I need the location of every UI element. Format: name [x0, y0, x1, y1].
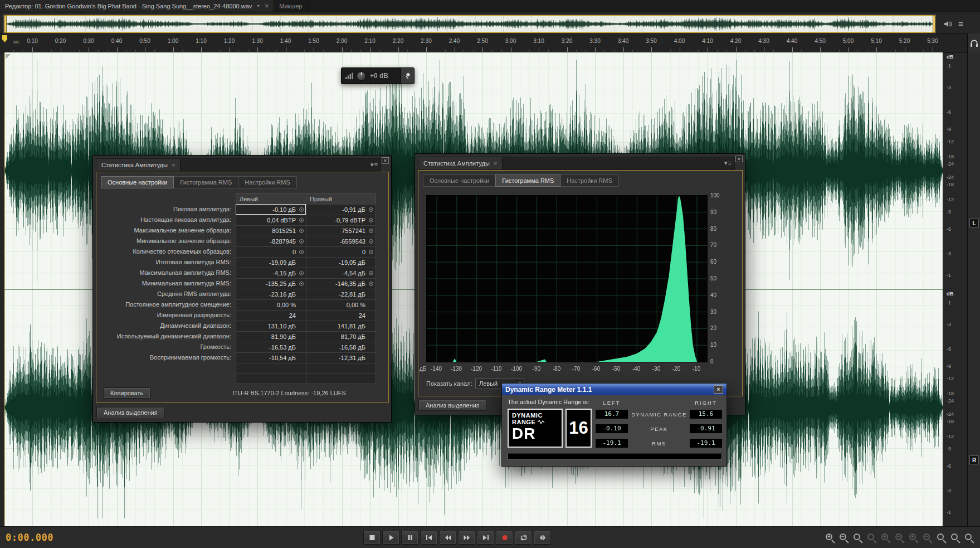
close-icon[interactable]: × — [265, 3, 269, 9]
panel-close-icon[interactable]: × — [735, 156, 743, 162]
info-icon[interactable] — [299, 282, 304, 286]
tab-general-settings[interactable]: Основные настройки — [101, 176, 174, 188]
db-mark-label: -1 — [947, 273, 951, 278]
tab-rms-settings[interactable]: Настройки RMS — [560, 174, 618, 187]
tab-rms-histogram[interactable]: Гистограмма RMS — [495, 174, 560, 187]
info-icon[interactable] — [369, 282, 373, 286]
info-icon[interactable] — [369, 250, 373, 254]
timeline-minor-tick — [13, 50, 14, 52]
speaker-icon[interactable] — [944, 20, 953, 28]
timeline-minor-tick — [238, 50, 239, 52]
info-icon[interactable] — [369, 239, 373, 244]
zoom-selection-button[interactable] — [866, 532, 878, 544]
tab-editor[interactable]: Редактор: 01. Gordon Goodwin's Big Phat … — [0, 0, 274, 12]
timeline-tick — [257, 47, 258, 52]
dr-left-value: -19.1 — [596, 439, 628, 448]
window-title-bar[interactable]: Dynamic Range Meter 1.1.1 × — [502, 384, 727, 395]
panel-tab[interactable]: Статистика Амплитуды × — [96, 159, 181, 171]
info-icon[interactable] — [299, 239, 304, 244]
zoom-full-button[interactable] — [852, 532, 864, 544]
zoom-in-time-button[interactable]: + — [880, 532, 892, 544]
time-display[interactable]: 0:00.000 — [6, 532, 53, 543]
tab-rms-histogram[interactable]: Гистограмма RMS — [173, 176, 238, 188]
db-mark-label: -6 — [947, 110, 951, 115]
timeline-minor-tick — [464, 50, 464, 52]
panel-menu-icon[interactable]: ▾≡ — [370, 161, 378, 168]
playhead-line[interactable] — [4, 52, 5, 526]
overview-handle-left[interactable] — [4, 15, 7, 33]
skip-to-start-button[interactable] — [420, 531, 437, 545]
waveform-overview[interactable] — [3, 14, 936, 33]
zoom-out-button[interactable]: − — [838, 532, 850, 544]
panel-menu-icon[interactable]: ≡ — [958, 20, 963, 28]
pin-icon — [404, 72, 411, 80]
timeline-tick-label: 4:30 — [755, 38, 772, 44]
zoom-out-amplitude-button[interactable]: − — [922, 532, 934, 544]
right-channel-badge[interactable]: R — [969, 455, 979, 464]
close-icon[interactable]: × — [172, 162, 175, 168]
info-icon[interactable] — [369, 271, 373, 275]
close-icon[interactable]: × — [714, 385, 723, 394]
info-icon[interactable] — [299, 207, 304, 212]
pause-button[interactable] — [401, 531, 418, 545]
tab-general-settings[interactable]: Основные настройки — [423, 174, 496, 187]
timeline-ruler[interactable]: мс 0:100:200:300:400:501:001:101:201:301… — [0, 33, 980, 52]
chevron-down-icon[interactable]: ▼ — [256, 4, 260, 8]
zoom-selection-left-button[interactable] — [936, 532, 948, 544]
info-icon[interactable] — [299, 271, 304, 275]
analyze-selection-button[interactable]: Анализ выделения — [418, 400, 487, 411]
skip-to-end-button[interactable] — [477, 531, 494, 545]
panel-menu-icon[interactable]: ▾≡ — [724, 159, 732, 167]
magnifier-sign: − — [923, 534, 930, 540]
info-icon[interactable] — [299, 250, 304, 254]
tab-rms-settings[interactable]: Настройки RMS — [238, 176, 296, 188]
info-icon[interactable] — [299, 229, 304, 233]
info-icon[interactable] — [369, 218, 373, 222]
waveform-squiggle-icon — [538, 420, 545, 424]
info-icon[interactable] — [299, 218, 304, 222]
tab-mixer[interactable]: Микшер — [274, 0, 308, 12]
amplitude-ruler[interactable]: dB-1-1-3-3-6-6-9-9-12-12-18-18-24-24dB-1… — [943, 52, 967, 526]
loop-button[interactable] — [515, 531, 532, 545]
zoom-out-time-button[interactable]: − — [894, 532, 906, 544]
panel-close-icon[interactable]: × — [382, 157, 389, 164]
stat-cell-right: 24 — [306, 310, 376, 321]
monitor-button[interactable] — [967, 33, 980, 52]
timeline-tick-label: 4:50 — [812, 38, 828, 44]
stat-cell-right: -6559543 — [306, 236, 376, 246]
pin-button[interactable] — [401, 68, 414, 84]
db-mark-label: -12 — [947, 197, 954, 202]
panel-tab[interactable]: Статистика Амплитуды × — [418, 157, 503, 169]
statistics-table: ЛевыйПравыйПиковая амплитуда:-0,10 дБ-0,… — [100, 193, 382, 384]
stop-button[interactable] — [363, 531, 381, 545]
timeline-tick — [426, 47, 427, 52]
stat-cell-left — [236, 363, 306, 374]
fast-forward-button[interactable] — [458, 531, 475, 545]
info-icon[interactable] — [369, 207, 373, 212]
timeline-minor-tick — [661, 50, 661, 52]
rewind-button[interactable] — [439, 531, 456, 545]
timeline-minor-tick — [436, 50, 436, 52]
info-icon[interactable] — [369, 229, 373, 233]
stat-label: Громкость: — [100, 342, 236, 352]
zoom-reset-button[interactable] — [964, 532, 976, 544]
record-button[interactable] — [496, 531, 513, 545]
volume-knob[interactable] — [357, 71, 366, 81]
zoom-in-button[interactable]: + — [825, 532, 836, 544]
left-channel-badge[interactable]: L — [969, 219, 979, 227]
copy-button[interactable]: Копировать — [103, 387, 150, 399]
shuttle-button[interactable] — [534, 531, 551, 545]
close-icon[interactable]: × — [494, 160, 497, 167]
histogram-x-tick: -30 — [649, 366, 664, 372]
overview-waveform[interactable] — [5, 16, 934, 32]
zoom-in-amplitude-button[interactable]: + — [908, 532, 920, 544]
play-button[interactable] — [382, 531, 399, 545]
analyze-selection-button[interactable]: Анализ выделения — [96, 407, 165, 418]
db-mark-label: -12 — [947, 139, 954, 144]
playhead-marker[interactable] — [2, 35, 7, 42]
zoom-selection-right-button[interactable] — [950, 532, 962, 544]
histogram-y-tick: 80 — [710, 226, 716, 232]
stop-icon — [368, 534, 377, 542]
overview-handle-right[interactable] — [933, 15, 935, 33]
volume-value[interactable]: +0 dB — [370, 72, 388, 80]
